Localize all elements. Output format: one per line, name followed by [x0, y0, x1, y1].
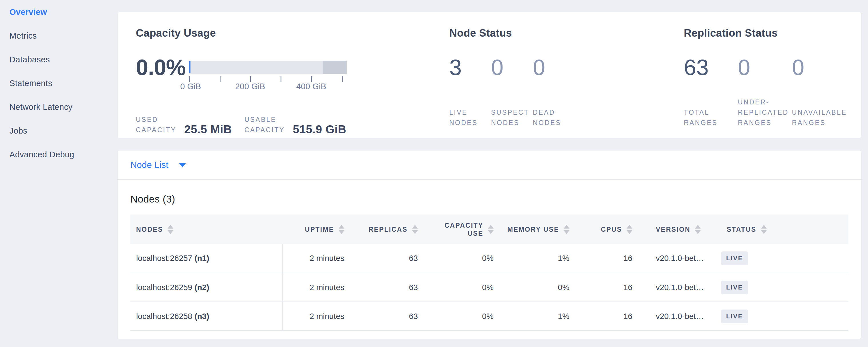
unavailable-ranges-value: 0: [792, 56, 846, 79]
label-line: USED: [136, 115, 176, 125]
capacity-usage-panel: Capacity Usage 0.0%: [136, 27, 449, 138]
column-header-label: USE: [468, 229, 483, 238]
main-content: Capacity Usage 0.0%: [117, 0, 868, 339]
dead-nodes-label: DEAD NODES: [533, 107, 575, 128]
cpus-cell: 16: [569, 302, 632, 331]
label-line: SUSPECT: [491, 107, 533, 118]
column-header-memory-use[interactable]: MEMORY USE: [494, 215, 569, 244]
table-row-node-3[interactable]: localhost:26258(n3) 2 minutes 63 0% 1% 1…: [130, 302, 848, 331]
node-list-card: Node List Nodes (3) NODES: [117, 150, 861, 339]
node-list-dropdown-label: Node List: [130, 160, 168, 170]
status-cell: LIVE: [721, 302, 848, 331]
sidebar-item-jobs[interactable]: Jobs: [9, 126, 117, 135]
uptime-cell: 2 minutes: [283, 302, 344, 331]
table-row-node-2[interactable]: localhost:26259(n2) 2 minutes 63 0% 0% 1…: [130, 273, 848, 302]
node-address-cell: localhost:26258(n3): [130, 302, 283, 331]
table-row-node-1[interactable]: localhost:26257(n1) 2 minutes 63 0% 1% 1…: [130, 244, 848, 273]
node-id: (n1): [194, 254, 209, 263]
dead-nodes-value: 0: [533, 56, 575, 79]
label-line: LIVE: [449, 107, 491, 118]
capacity-gauge-reserved-segment: [322, 61, 347, 74]
sort-arrows-icon: [412, 225, 418, 234]
node-address-cell: localhost:26259(n2): [130, 273, 283, 302]
sort-arrows-icon: [167, 225, 173, 234]
label-line: TOTAL: [684, 107, 738, 118]
column-header-label: MEMORY USE: [507, 225, 559, 233]
cpus-cell: 16: [569, 244, 632, 273]
suspect-nodes-value: 0: [491, 56, 533, 79]
nodes-table: NODES UPTIME: [130, 215, 848, 331]
gauge-tick-label: 0 GiB: [180, 82, 201, 91]
node-address: localhost:26257: [136, 254, 192, 263]
column-header-status[interactable]: STATUS: [721, 215, 848, 244]
cluster-summary-card: Capacity Usage 0.0%: [117, 12, 861, 138]
under-replicated-ranges-value: 0: [738, 56, 792, 79]
replicas-cell: 63: [344, 273, 418, 302]
used-capacity-value: 25.5 MiB: [184, 124, 231, 135]
status-cell: LIVE: [721, 244, 848, 273]
node-id: (n2): [194, 283, 209, 292]
label-line: NODES: [533, 118, 575, 128]
sidebar: Overview Metrics Databases Statements Ne…: [0, 0, 117, 339]
sort-arrows-icon: [488, 225, 494, 234]
node-status-title: Node Status: [449, 27, 684, 39]
column-header-label: CAPACITY: [444, 221, 483, 229]
replicas-cell: 63: [344, 302, 418, 331]
replicas-cell: 63: [344, 244, 418, 273]
replication-status-values: 63 0 0: [684, 56, 861, 79]
gauge-tick: [281, 76, 281, 82]
column-header-cpus[interactable]: CPUS: [569, 215, 632, 244]
status-cell: LIVE: [721, 273, 848, 302]
used-capacity-label: USED CAPACITY: [136, 115, 176, 135]
column-header-label: CPUS: [601, 225, 622, 233]
sidebar-item-advanced-debug[interactable]: Advanced Debug: [9, 150, 117, 159]
capacity-gauge-ticks: [189, 74, 347, 82]
column-header-capacity-use[interactable]: CAPACITY USE: [418, 215, 494, 244]
capacity-use-cell: 0%: [418, 302, 494, 331]
capacity-use-cell: 0%: [418, 273, 494, 302]
column-header-nodes[interactable]: NODES: [130, 215, 283, 244]
sort-arrows-icon: [339, 225, 344, 234]
memory-use-cell: 1%: [494, 302, 569, 331]
gauge-tick: [311, 76, 312, 82]
label-line: NODES: [491, 118, 533, 128]
node-address: localhost:26259: [136, 283, 192, 292]
node-list-dropdown[interactable]: Node List: [118, 151, 861, 180]
sidebar-item-databases[interactable]: Databases: [9, 55, 117, 64]
unavailable-ranges-label: UNAVAILABLE RANGES: [792, 107, 846, 128]
capacity-gauge: 0 GiB 200 GiB 400 GiB: [189, 56, 347, 92]
node-address: localhost:26258: [136, 312, 192, 321]
sidebar-item-statements[interactable]: Statements: [9, 79, 117, 88]
usable-capacity-stat: USABLE CAPACITY 515.9 GiB: [245, 115, 359, 135]
column-header-uptime[interactable]: UPTIME: [283, 215, 344, 244]
label-line: CAPACITY: [136, 125, 176, 135]
column-header-label: VERSION: [656, 225, 690, 233]
sort-arrows-icon: [695, 225, 701, 234]
capacity-percent-value: 0.0%: [136, 56, 183, 79]
label-line: RANGES: [684, 118, 738, 128]
sidebar-item-network-latency[interactable]: Network Latency: [9, 103, 117, 112]
version-cell: v20.1.0-bet…: [632, 302, 721, 331]
live-nodes-label: LIVE NODES: [449, 107, 491, 128]
label-line: RANGES: [738, 118, 792, 128]
app-layout: Overview Metrics Databases Statements Ne…: [0, 0, 868, 339]
column-header-replicas[interactable]: REPLICAS: [344, 215, 418, 244]
sidebar-item-overview[interactable]: Overview: [9, 8, 117, 17]
gauge-tick-label: 400 GiB: [296, 82, 326, 91]
sidebar-item-metrics[interactable]: Metrics: [9, 31, 117, 40]
label-line: DEAD: [533, 107, 575, 118]
status-badge: LIVE: [721, 310, 748, 323]
column-header-label: NODES: [136, 225, 163, 233]
memory-use-cell: 0%: [494, 273, 569, 302]
column-header-version[interactable]: VERSION: [632, 215, 721, 244]
version-cell: v20.1.0-bet…: [632, 244, 721, 273]
label-line: CAPACITY: [245, 125, 285, 135]
label-line: NODES: [449, 118, 491, 128]
uptime-cell: 2 minutes: [283, 244, 344, 273]
gauge-tick: [250, 76, 251, 82]
used-capacity-stat: USED CAPACITY 25.5 MiB: [136, 115, 245, 135]
replication-status-panel: Replication Status 63 0 0 TOTAL RANGES U…: [684, 27, 861, 138]
sort-arrows-icon: [564, 225, 569, 234]
usable-capacity-value: 515.9 GiB: [293, 124, 346, 135]
node-status-labels: LIVE NODES SUSPECT NODES DEAD NODES: [449, 79, 684, 128]
